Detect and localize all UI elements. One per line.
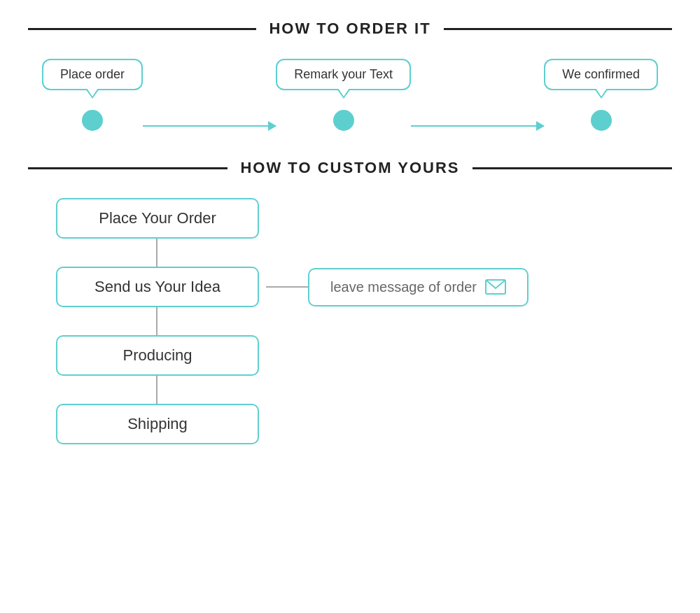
- step-bubble-3: We confirmed: [544, 59, 658, 90]
- step-dot-2: [333, 110, 354, 131]
- custom-header-line-right: [472, 167, 672, 169]
- arrow-connector-2: [411, 125, 544, 127]
- custom-step-shipping: Shipping: [56, 404, 259, 444]
- header-line-left: [28, 28, 256, 30]
- step-bubble-2: Remark your Text: [276, 59, 411, 90]
- order-flow: Place order Remark your Text: [0, 59, 700, 131]
- connector-2: [156, 307, 158, 335]
- custom-steps-column: Place Your Order Send us Your Idea leave…: [56, 198, 528, 444]
- order-section-header: HOW TO ORDER IT: [0, 20, 700, 38]
- custom-section-header: HOW TO CUSTOM YOURS: [0, 159, 700, 177]
- send-idea-row: Send us Your Idea leave message of order: [56, 267, 528, 307]
- leave-message-text: leave message of order: [330, 279, 477, 295]
- custom-step-place-order: Place Your Order: [56, 198, 259, 239]
- custom-step-send-idea: Send us Your Idea: [56, 267, 259, 307]
- custom-header-line-left: [28, 167, 227, 169]
- custom-step-producing: Producing: [56, 335, 259, 376]
- order-step-1: Place order: [42, 59, 143, 131]
- order-step-2: Remark your Text: [276, 59, 411, 131]
- step-dot-3: [591, 110, 612, 131]
- custom-title: HOW TO CUSTOM YOURS: [240, 159, 459, 177]
- custom-flow: Place Your Order Send us Your Idea leave…: [0, 198, 700, 444]
- order-step-3: We confirmed: [544, 59, 658, 131]
- arrow-line-1: [143, 125, 276, 127]
- header-line-right: [444, 28, 672, 30]
- section-order: HOW TO ORDER IT Place order Remark your …: [0, 0, 700, 131]
- order-title: HOW TO ORDER IT: [269, 20, 430, 38]
- step-dot-1: [82, 110, 103, 131]
- side-connector: [266, 286, 308, 288]
- mail-icon: [485, 279, 506, 295]
- side-message-box: leave message of order: [308, 268, 528, 306]
- step-bubble-1: Place order: [42, 59, 143, 90]
- arrow-connector-1: [143, 125, 276, 127]
- connector-1: [156, 239, 158, 267]
- section-custom: HOW TO CUSTOM YOURS Place Your Order Sen…: [0, 159, 700, 444]
- connector-3: [156, 376, 158, 404]
- arrow-line-2: [411, 125, 544, 127]
- page-wrapper: HOW TO ORDER IT Place order Remark your …: [0, 0, 700, 613]
